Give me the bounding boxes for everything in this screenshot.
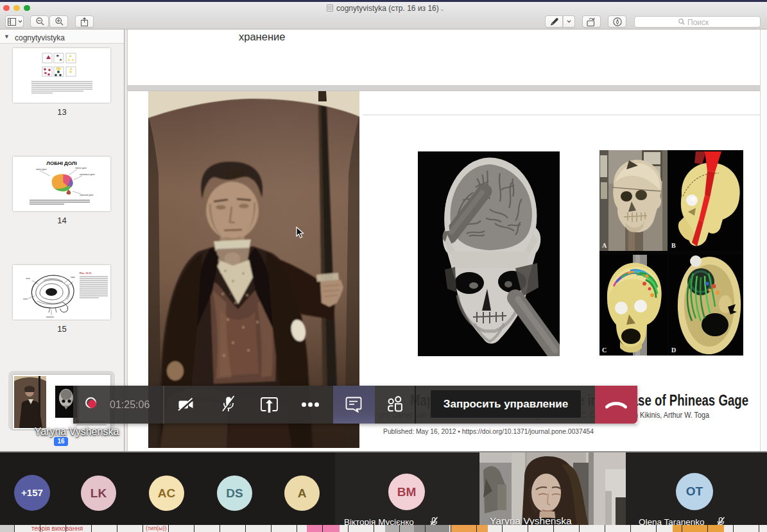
svg-text:тім'яні долі: тім'яні долі (75, 167, 87, 169)
svg-text:C: C (602, 347, 607, 354)
svg-text:B: B (671, 242, 676, 249)
svg-text:Published: May 16, 2012 • h: Published: May 16, 2012 • https://doi.or… (383, 427, 594, 435)
svg-text:лобні долі: лобні долі (36, 168, 47, 171)
svg-text:мозочок: мозочок (46, 316, 54, 318)
svg-text:ЛОБНІ ДОЛІ: ЛОБНІ ДОЛІ (46, 160, 76, 166)
svg-text:зона: зона (26, 277, 30, 280)
svg-text:A: A (602, 242, 607, 249)
svg-text:D: D (671, 347, 676, 354)
svg-text:потиличні долі: потиличні долі (80, 173, 95, 176)
svg-text:Рис. 12.11.: Рис. 12.11. (80, 272, 92, 275)
svg-text:кора: кора (71, 276, 75, 279)
svg-text:скроневі долі: скроневі долі (80, 194, 94, 196)
svg-text:поле: поле (23, 298, 28, 300)
